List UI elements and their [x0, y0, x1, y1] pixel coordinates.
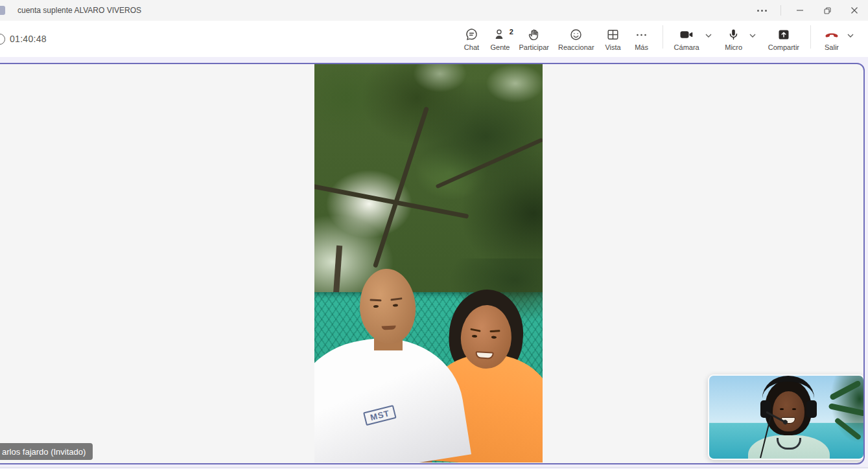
chevron-down-icon — [748, 31, 757, 40]
camera-button[interactable]: Cámara — [670, 22, 704, 56]
call-timer: 01:40:48 — [10, 34, 47, 44]
view-button[interactable]: Vista — [599, 22, 628, 56]
mic-icon — [727, 27, 740, 41]
share-button[interactable]: Compartir — [764, 22, 804, 56]
call-toolbar: 01:40:48 Chat 2 Gente — [0, 21, 868, 57]
toolbar-divider — [810, 25, 811, 49]
smiley-icon — [569, 27, 583, 41]
ellipsis-icon — [635, 27, 648, 41]
participant-name-tag: arlos fajardo (Invitado) — [0, 443, 93, 460]
window-close-button[interactable] — [841, 0, 868, 21]
participant-count: 2 — [510, 28, 513, 36]
main-video-tile[interactable]: MST arlos fajardo (Invitado) — [0, 63, 865, 464]
hangup-icon — [824, 27, 839, 41]
leave-call-button[interactable]: Salir — [817, 22, 846, 56]
leave-options-chevron[interactable] — [846, 23, 860, 49]
mic-button[interactable]: Micro — [720, 22, 748, 56]
chevron-down-icon — [846, 31, 855, 40]
self-view-video[interactable] — [708, 374, 865, 460]
headset-earcup — [806, 400, 817, 418]
window-title: cuenta suplente ALVARO VIVEROS — [18, 6, 141, 15]
raise-hand-button[interactable]: Participar — [514, 22, 553, 56]
participant-name: arlos fajardo (Invitado) — [2, 447, 86, 457]
raise-hand-icon — [527, 27, 541, 41]
mic-options-chevron[interactable] — [748, 23, 762, 49]
people-button[interactable]: 2 Gente — [486, 22, 514, 56]
meeting-stage: MST arlos fajardo (Invitado) — [0, 57, 868, 469]
app-icon — [0, 6, 5, 15]
close-icon — [850, 6, 858, 14]
window-restore-button[interactable] — [814, 0, 841, 21]
react-button[interactable]: Reaccionar — [554, 22, 599, 56]
clock-icon — [0, 34, 5, 45]
window-more-button[interactable] — [748, 0, 775, 21]
camera-options-chevron[interactable] — [704, 23, 718, 49]
share-screen-icon — [777, 27, 791, 41]
window-title-bar: cuenta suplente ALVARO VIVEROS — [0, 0, 868, 21]
more-options-icon — [757, 10, 767, 12]
restore-icon — [823, 6, 832, 15]
grid-view-icon — [606, 27, 620, 41]
main-participant-video: MST — [314, 64, 543, 463]
chevron-down-icon — [704, 31, 713, 40]
window-minimize-button[interactable] — [786, 0, 814, 21]
camera-icon — [679, 27, 694, 41]
window-controls — [748, 0, 868, 21]
shirt-logo: MST — [363, 405, 397, 426]
more-actions-button[interactable]: Más — [628, 22, 656, 56]
headset-earcup — [760, 400, 771, 418]
bottom-edge-line — [0, 467, 868, 468]
minimize-icon — [796, 6, 804, 14]
chat-icon — [465, 27, 478, 41]
people-icon: 2 — [493, 27, 507, 41]
chat-button[interactable]: Chat — [457, 22, 486, 56]
window-controls-divider — [780, 5, 781, 16]
call-timer-group: 01:40:48 — [0, 21, 47, 57]
toolbar-divider — [663, 25, 663, 49]
